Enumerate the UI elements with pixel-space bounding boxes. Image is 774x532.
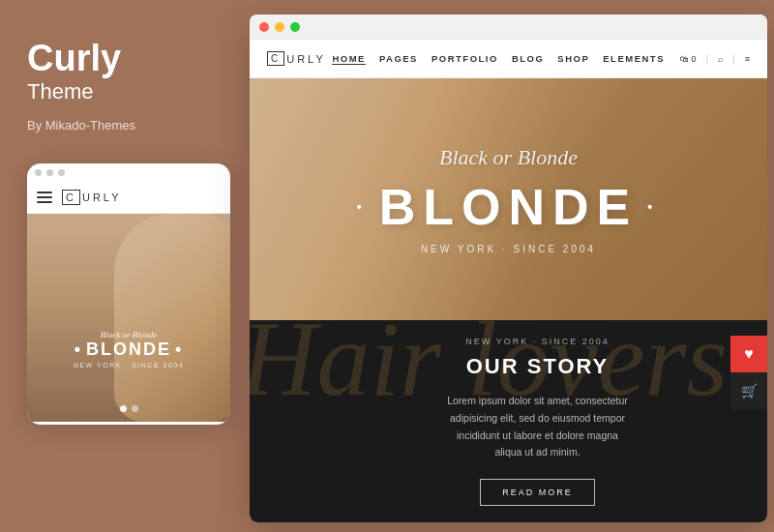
hero-dot-left: • xyxy=(357,199,370,215)
hero-dot-right: • xyxy=(647,199,660,215)
mobile-hero-text: Black or Blonde • BLONDE • NEW YORK · SI… xyxy=(37,330,221,369)
nav-shop[interactable]: SHOP xyxy=(557,53,589,65)
window-dot-yellow xyxy=(275,22,284,32)
mobile-dot-left: • xyxy=(74,340,82,360)
desktop-logo: C URLY xyxy=(267,51,326,66)
cart-icon[interactable]: 🛍 0 xyxy=(680,54,697,64)
nav-portfolio[interactable]: PORTFOLIO xyxy=(432,53,498,65)
window-dot-green xyxy=(290,22,300,32)
window-dot-red xyxy=(259,22,269,32)
mobile-blonde: • BLONDE • xyxy=(37,340,221,360)
nav-pages[interactable]: PAGES xyxy=(379,53,418,65)
nav-elements[interactable]: ELEMENTS xyxy=(603,53,665,65)
left-panel: Curly Theme By Mikado-Themes C URLY Blac… xyxy=(0,0,240,532)
read-more-button[interactable]: READ MORE xyxy=(480,479,595,506)
menu-icon[interactable]: ≡ xyxy=(745,54,750,64)
mobile-dot-3 xyxy=(58,169,65,176)
mobile-preview: C URLY Black or Blonde • BLONDE • NEW YO… xyxy=(27,163,230,425)
hamburger-icon[interactable] xyxy=(37,192,52,203)
desktop-nav: C URLY HOME PAGES PORTFOLIO BLOG SHOP EL… xyxy=(250,40,767,78)
desktop-hero: Black or Blonde • BLONDE • NEW YORK · SI… xyxy=(250,78,767,320)
mobile-logo: C URLY xyxy=(62,190,121,205)
nav-home[interactable]: HOME xyxy=(332,53,366,65)
window-titlebar xyxy=(250,15,767,40)
hero-text-overlay: Black or Blonde • BLONDE • NEW YORK · SI… xyxy=(250,145,767,254)
hero-blonde-text: • BLONDE • xyxy=(250,178,767,236)
desktop-window: C URLY HOME PAGES PORTFOLIO BLOG SHOP EL… xyxy=(250,15,767,522)
story-content: NEW YORK · SINCE 2004 OUR STORY Lorem ip… xyxy=(250,337,767,506)
nav-blog[interactable]: BLOG xyxy=(512,53,544,65)
story-since: NEW YORK · SINCE 2004 xyxy=(443,337,632,346)
app-author: By Mikado-Themes xyxy=(27,118,213,133)
app-title: Curly Theme xyxy=(27,39,213,114)
mobile-dot-right: • xyxy=(175,340,183,360)
mobile-dot-1 xyxy=(35,169,42,176)
story-body: Lorem ipsum dolor sit amet, consectetur … xyxy=(443,393,632,461)
hero-italic-text: Black or Blonde xyxy=(250,145,767,170)
nav-links: HOME PAGES PORTFOLIO BLOG SHOP ELEMENTS xyxy=(332,53,665,65)
hero-since-text: NEW YORK · SINCE 2004 xyxy=(250,244,767,254)
mobile-italic-text: Black or Blonde xyxy=(37,330,221,340)
mobile-hero: Black or Blonde • BLONDE • NEW YORK · SI… xyxy=(27,214,230,422)
story-title: OUR STORY xyxy=(443,354,632,379)
story-section: Hair lovers NEW YORK · SINCE 2004 OUR ST… xyxy=(250,320,767,522)
mobile-face-bg xyxy=(114,214,230,422)
mobile-nav-dot-1 xyxy=(120,405,127,412)
mobile-dots xyxy=(27,163,230,182)
search-icon[interactable]: ⌕ xyxy=(718,54,723,64)
nav-icons: 🛍 0 | ⌕ | ≡ xyxy=(680,53,750,64)
mobile-nav-dots xyxy=(27,405,230,412)
mobile-nav-dot-2 xyxy=(132,405,138,412)
mobile-since: NEW YORK · SINCE 2004 xyxy=(37,362,221,369)
mobile-dot-2 xyxy=(46,169,53,176)
mobile-header: C URLY xyxy=(27,182,230,214)
